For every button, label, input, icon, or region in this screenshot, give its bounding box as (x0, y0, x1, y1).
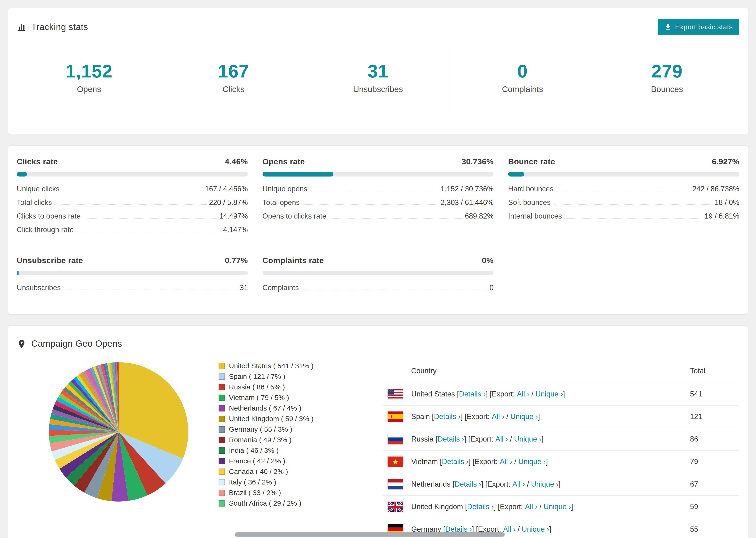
country-total: 55 (690, 518, 739, 538)
tracking-stats-header: Tracking stats Export basic stats (8, 8, 748, 45)
details-link[interactable]: Details › (434, 412, 460, 421)
rate-detail-row: Hard bounces 242 / 86.738% (508, 182, 739, 196)
geo-country-cell: United States [Details ›] [Export: All ›… (383, 383, 690, 405)
legend-item: Brazil ( 33 / 2% ) (219, 489, 312, 497)
export-unique-link[interactable]: Unique › (514, 435, 541, 443)
legend-swatch (219, 395, 225, 401)
geo-body: United States ( 541 / 31% ) Spain ( 121 … (17, 360, 739, 538)
rate-progress-fill (17, 271, 19, 275)
rate-progress-fill (262, 172, 334, 177)
rate-block: Unsubscribe rate 0.77% Unsubscribes 31 (17, 256, 248, 295)
details-link[interactable]: Details › (445, 525, 472, 533)
rate-detail-value: 689.82% (465, 212, 494, 220)
details-link[interactable]: Details › (442, 457, 469, 466)
campaign-geo-opens-card: Campaign Geo Opens United States ( 541 /… (8, 325, 748, 538)
rate-detail-value: 1,152 / 30.736% (441, 185, 494, 193)
rate-detail-label: Hard bounces (508, 185, 553, 193)
rate-detail-label: Soft bounces (508, 198, 551, 207)
export-all-link[interactable]: All › (517, 390, 529, 398)
legend-item: France ( 42 / 2% ) (219, 457, 312, 465)
export-all-link[interactable]: All › (500, 457, 512, 466)
rate-progress-fill (508, 172, 524, 177)
country-total: 121 (690, 405, 739, 428)
dotted-leader (54, 204, 207, 205)
flag-us-icon (388, 389, 403, 399)
export-unique-link[interactable]: Unique › (536, 390, 563, 398)
rate-detail-label: Opens to clicks rate (262, 212, 326, 220)
dotted-leader (553, 204, 712, 205)
horizontal-scrollbar-thumb[interactable] (235, 532, 505, 537)
legend-swatch (219, 437, 225, 443)
legend-swatch (219, 500, 225, 507)
export-all-link[interactable]: All › (495, 435, 508, 443)
geo-table-row: Russia [Details ›] [Export: All › / Uniq… (383, 428, 739, 451)
rate-detail-row: Opens to clicks rate 689.82% (262, 209, 494, 223)
rate-detail-row: Complaints 0 (262, 281, 494, 295)
export-unique-link[interactable]: Unique › (518, 457, 546, 466)
export-unique-link[interactable]: Unique › (511, 412, 538, 421)
dotted-leader (62, 191, 203, 191)
details-link[interactable]: Details › (467, 503, 494, 511)
details-link[interactable]: Details › (438, 435, 464, 443)
legend-label: Romania ( 49 / 3% ) (229, 436, 292, 444)
export-unique-link[interactable]: Unique › (522, 525, 549, 533)
legend-item: Romania ( 49 / 3% ) (219, 436, 312, 444)
dotted-leader (565, 218, 702, 219)
stat-value: 279 (595, 62, 739, 80)
rate-detail-value: 0 (490, 284, 494, 292)
rate-detail-row: Unsubscribes 31 (17, 281, 248, 295)
geo-table-row: Netherlands [Details ›] [Export: All › /… (383, 473, 739, 496)
legend-label: Netherlands ( 67 / 4% ) (229, 404, 301, 412)
export-all-link[interactable]: All › (503, 525, 515, 533)
geo-table-row: Spain [Details ›] [Export: All › / Uniqu… (383, 405, 739, 428)
rate-detail-label: Unsubscribes (17, 284, 61, 292)
legend-label: Canada ( 40 / 2% ) (229, 467, 288, 476)
export-unique-link[interactable]: Unique › (544, 503, 571, 511)
dashboard-page: Tracking stats Export basic stats 1,152 … (0, 0, 756, 538)
rate-title: Unsubscribe rate (17, 256, 83, 265)
flag-nl-icon (388, 479, 403, 489)
export-unique-link[interactable]: Unique › (531, 480, 559, 488)
legend-label: United Kingdom ( 59 / 3% ) (229, 415, 313, 423)
stat-label: Complaints (450, 84, 594, 94)
tracking-stats-card: Tracking stats Export basic stats 1,152 … (8, 8, 748, 135)
export-all-link[interactable]: All › (512, 480, 525, 488)
country-name: Vietnam (411, 457, 438, 466)
rate-detail-label: Unique opens (262, 185, 307, 193)
legend-item: India ( 46 / 3% ) (219, 447, 312, 455)
rate-block: Opens rate 30.736% Unique opens 1,152 / … (262, 157, 494, 237)
legend-label: Russia ( 86 / 5% ) (229, 383, 285, 391)
legend-label: Germany ( 55 / 3% ) (229, 425, 292, 433)
rate-detail-row: Soft bounces 18 / 0% (508, 196, 739, 209)
legend-item: Russia ( 86 / 5% ) (219, 383, 312, 391)
legend-swatch (219, 416, 225, 422)
tracking-stats-title: Tracking stats (17, 22, 88, 32)
geo-table-row: United States [Details ›] [Export: All ›… (383, 383, 739, 405)
dotted-leader (83, 218, 217, 219)
rates-card: Clicks rate 4.46% Unique clicks 167 / 4.… (8, 145, 748, 314)
legend-swatch (219, 447, 225, 454)
stat-label: Opens (17, 84, 161, 94)
legend-item: Spain ( 121 / 7% ) (219, 372, 312, 381)
details-link[interactable]: Details › (459, 390, 486, 398)
stat-box: 1,152 Opens (17, 45, 161, 112)
country-total: 541 (690, 383, 739, 405)
legend-swatch (219, 426, 225, 433)
export-basic-stats-button[interactable]: Export basic stats (658, 19, 739, 35)
legend-item: Italy ( 36 / 2% ) (219, 478, 312, 486)
flag-vn-icon (388, 457, 403, 467)
legend-item: Canada ( 40 / 2% ) (219, 467, 312, 476)
rate-detail-value: 167 / 4.456% (205, 185, 248, 193)
legend-item: Netherlands ( 67 / 4% ) (219, 404, 312, 412)
details-link[interactable]: Details › (455, 480, 481, 488)
geo-legend: United States ( 541 / 31% ) Spain ( 121 … (219, 360, 312, 510)
geo-title: Campaign Geo Opens (17, 339, 739, 349)
rate-value: 6.927% (712, 157, 739, 166)
rate-detail-row: Unique clicks 167 / 4.456% (17, 182, 248, 196)
legend-label: Brazil ( 33 / 2% ) (229, 489, 281, 497)
export-all-link[interactable]: All › (492, 412, 504, 421)
export-all-link[interactable]: All › (525, 503, 537, 511)
rate-value: 0% (482, 256, 494, 265)
dotted-leader (302, 204, 438, 205)
geo-pie-svg (47, 360, 190, 504)
